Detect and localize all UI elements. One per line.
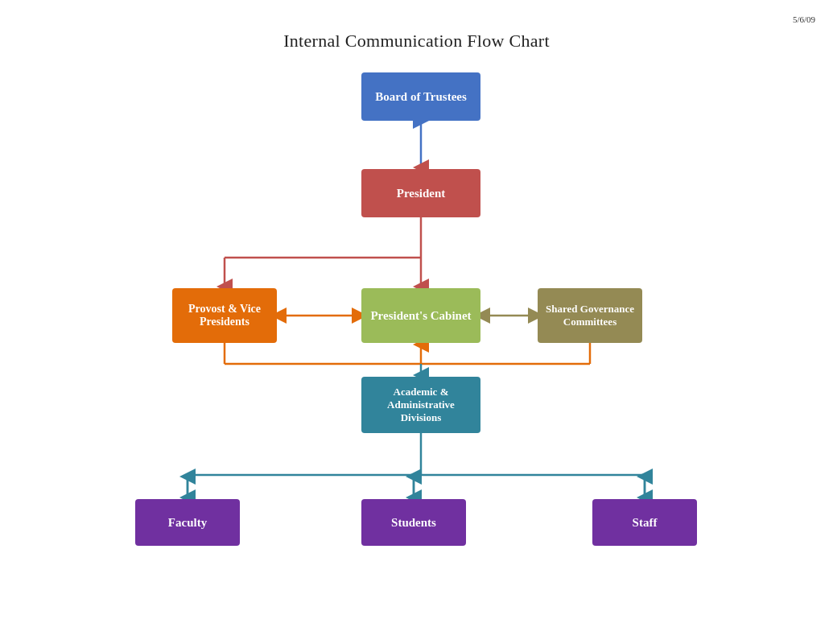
president-box: President xyxy=(361,169,480,217)
shared-governance-box: Shared Governance Committees xyxy=(538,288,642,343)
students-box: Students xyxy=(361,499,466,546)
provost-vice-presidents-box: Provost & Vice Presidents xyxy=(172,288,277,343)
staff-box: Staff xyxy=(592,499,697,546)
chart-title: Internal Communication Flow Chart xyxy=(0,31,833,52)
academic-divisions-box: Academic & Administrative Divisions xyxy=(361,377,480,433)
date-label: 5/6/09 xyxy=(793,14,815,24)
presidents-cabinet-box: President's Cabinet xyxy=(361,288,480,343)
faculty-box: Faculty xyxy=(135,499,240,546)
board-of-trustees-box: Board of Trustees xyxy=(361,72,480,121)
